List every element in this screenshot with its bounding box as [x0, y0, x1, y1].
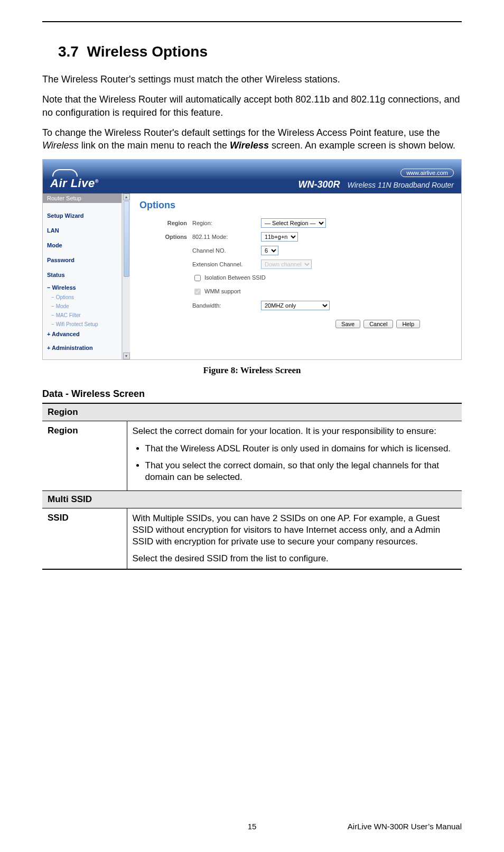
isolation-checkbox[interactable]	[194, 275, 201, 281]
sub-prefix: −	[51, 312, 54, 318]
region-field-label: Region:	[192, 220, 261, 226]
router-body: Router Setup Setup Wizard LAN Mode Passw…	[43, 193, 461, 359]
scroll-up-icon[interactable]: ▴	[123, 193, 130, 200]
row-content: Select the correct domain for your locat…	[127, 421, 462, 490]
logo-text: Air Live	[50, 177, 95, 190]
section-title: 3.7 Wireless Options	[58, 43, 462, 60]
airlive-logo: Air Live®	[50, 169, 99, 190]
sidebar-item-lan[interactable]: LAN	[47, 223, 117, 238]
ext-channel-field-label: Extension Channel.	[192, 261, 261, 267]
table-row-ssid: SSID With Multiple SSIDs, you can have 2…	[42, 508, 462, 569]
isolation-row: Isolation Between SSID	[192, 273, 452, 283]
sidebar-sub-mac-filter[interactable]: − MAC Filter	[47, 311, 117, 320]
wmm-label: WMM support	[204, 288, 240, 294]
help-button[interactable]: Help	[396, 320, 420, 328]
region-select[interactable]: — Select Region —	[261, 218, 326, 228]
model-number: WN-300R	[298, 179, 340, 190]
sub-label: MAC Filter	[56, 312, 81, 318]
router-sidebar: Router Setup Setup Wizard LAN Mode Passw…	[43, 193, 122, 359]
region-section-label: Region	[139, 220, 192, 226]
cancel-button[interactable]: Cancel	[363, 320, 393, 328]
router-header: Air Live® www.airlive.com WN-300R Wirele…	[43, 160, 461, 193]
sidebar-group-wireless[interactable]: − Wireless	[47, 282, 117, 293]
sub-prefix: −	[51, 294, 54, 300]
paragraph-3: To change the Wireless Router's default …	[42, 126, 462, 152]
sidebar-group-admin[interactable]: + Administration	[47, 339, 117, 353]
airlive-logo-text: Air Live®	[50, 177, 99, 190]
wireless-label: Wireless	[52, 284, 76, 291]
sidebar-sub-options[interactable]: − Options	[47, 293, 117, 302]
scroll-down-icon[interactable]: ▾	[123, 353, 130, 359]
wireless-em: Wireless	[42, 140, 79, 151]
sub-label: Options	[56, 294, 74, 300]
router-screenshot: Air Live® www.airlive.com WN-300R Wirele…	[42, 159, 462, 360]
data-heading: Data - Wireless Screen	[42, 388, 462, 400]
form-grid: Region Region: — Select Region — Options…	[139, 218, 452, 310]
sidebar-item-setup-wizard[interactable]: Setup Wizard	[47, 208, 117, 223]
table-section-region: Region	[42, 403, 462, 421]
para3-b: link on the main menu to reach the	[79, 140, 230, 151]
admin-prefix: +	[47, 345, 50, 351]
table-row-region: Region Select the correct domain for you…	[42, 421, 462, 490]
advanced-prefix: +	[47, 331, 50, 337]
paragraph-1: The Wireless Router's settings must matc…	[42, 73, 462, 86]
logo-reg: ®	[95, 179, 99, 184]
router-content: Options Region Region: — Select Region —…	[130, 193, 461, 359]
sidebar-item-password[interactable]: Password	[47, 253, 117, 267]
sub-prefix: −	[51, 321, 54, 327]
ext-channel-select: Down channel	[261, 260, 312, 269]
advanced-label: Advanced	[52, 331, 80, 337]
channel-select[interactable]: 6	[261, 246, 278, 255]
sub-prefix: −	[51, 303, 54, 309]
row1-p1: Select the correct domain for your locat…	[133, 425, 457, 437]
sidebar-title: Router Setup	[43, 193, 122, 203]
row2-p1: With Multiple SSIDs, you can have 2 SSID…	[133, 513, 457, 548]
table-section-multissid: Multi SSID	[42, 490, 462, 508]
sidebar-item-status[interactable]: Status	[47, 267, 117, 282]
wmm-row: WMM support	[192, 287, 452, 297]
row-content: With Multiple SSIDs, you can have 2 SSID…	[127, 508, 462, 569]
airlive-arc-icon	[52, 169, 78, 177]
sidebar-sub-mode[interactable]: − Mode	[47, 302, 117, 311]
manual-name: AirLive WN-300R User’s Manual	[322, 822, 462, 831]
row1-li2: That you select the correct domain, so t…	[145, 460, 457, 483]
bandwidth-field-label: Bandwidth:	[192, 302, 261, 309]
scroll-thumb[interactable]	[124, 201, 129, 277]
row1-li1: That the Wireless ADSL Router is only us…	[145, 443, 457, 455]
row-label: Region	[42, 421, 127, 490]
section-label: Multi SSID	[42, 490, 462, 508]
page-number: 15	[182, 822, 322, 831]
section-label: Region	[42, 403, 462, 421]
sub-label: Mode	[56, 303, 69, 309]
figure-caption: Figure 8: Wireless Screen	[42, 365, 462, 376]
mode-field-label: 802.11 Mode:	[192, 234, 261, 240]
admin-label: Administration	[52, 345, 93, 351]
save-button[interactable]: Save	[335, 320, 360, 328]
para3-a: To change the Wireless Router's default …	[42, 127, 440, 138]
content-title: Options	[139, 200, 452, 211]
section-number: 3.7	[58, 43, 79, 60]
isolation-label: Isolation Between SSID	[204, 274, 266, 281]
options-section-label: Options	[139, 234, 192, 240]
mode-select[interactable]: 11b+g+n	[261, 232, 298, 242]
row-label: SSID	[42, 508, 127, 569]
section-title-text: Wireless Options	[87, 43, 208, 60]
bandwidth-select[interactable]: 20MHZ only	[261, 301, 330, 310]
wmm-checkbox	[194, 289, 201, 295]
top-rule	[42, 21, 462, 22]
sidebar-sub-wifi-protect[interactable]: − Wifi Protect Setup	[47, 320, 117, 329]
sidebar-list: Setup Wizard LAN Mode Password Status − …	[43, 203, 122, 359]
model-desc: Wireless 11N Broadband Router	[348, 181, 454, 189]
url-pill[interactable]: www.airlive.com	[400, 169, 454, 177]
paragraph-2: Note that the Wireless Router will autom…	[42, 93, 462, 119]
sidebar-scrollbar[interactable]: ▴ ▾	[122, 193, 130, 359]
sub-label: Wifi Protect Setup	[56, 321, 98, 327]
para3-c: screen. An example screen is shown below…	[269, 140, 455, 151]
data-table: Region Region Select the correct domain …	[42, 403, 462, 570]
button-row: Save Cancel Help	[139, 320, 452, 328]
wireless-strong: Wireless	[230, 140, 269, 151]
sidebar-item-mode[interactable]: Mode	[47, 238, 117, 253]
wireless-prefix: −	[47, 284, 50, 291]
header-right: www.airlive.com WN-300R Wireless 11N Bro…	[298, 169, 454, 190]
sidebar-group-advanced[interactable]: + Advanced	[47, 329, 117, 339]
